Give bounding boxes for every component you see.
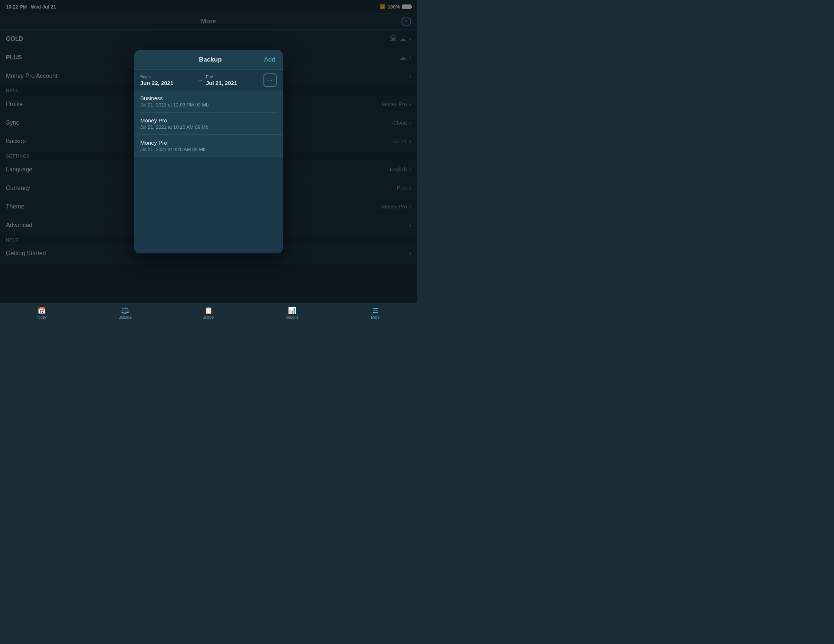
begin-value: Jun 22, 2021 — [140, 80, 195, 86]
more-label: More — [371, 315, 380, 320]
backup-modal: Backup Add Begin Jun 22, 2021 → End Jul … — [134, 50, 283, 253]
modal-header: Backup Add — [134, 50, 283, 70]
tab-today[interactable]: 📅 Today — [0, 305, 84, 321]
today-label: Today — [37, 315, 47, 320]
reports-icon: 📊 — [288, 307, 296, 315]
tab-reports[interactable]: 📊 Reports — [250, 305, 333, 321]
budget-label: Budget — [202, 315, 215, 320]
reports-label: Reports — [285, 315, 298, 320]
today-icon: 📅 — [37, 307, 45, 315]
backup-item-2-name: Money Pro — [140, 139, 277, 146]
end-label: End — [206, 74, 260, 79]
end-value: Jul 21, 2021 — [206, 80, 260, 86]
modal-overlay: Backup Add Begin Jun 22, 2021 → End Jul … — [0, 0, 417, 303]
date-more-button[interactable]: ··· — [263, 73, 277, 87]
tab-budget[interactable]: 📋 Budget — [167, 305, 251, 321]
modal-title: Backup — [199, 56, 221, 63]
backup-item-1-detail: Jul 21, 2021 at 10:10 AM 89 Mb — [140, 124, 277, 130]
backup-item-0[interactable]: Business Jul 21, 2021 at 12:03 PM 99 Mb — [134, 90, 283, 112]
backup-item-2[interactable]: Money Pro Jul 21, 2021 at 9:20 AM 89 Mb — [134, 135, 283, 157]
backup-item-2-detail: Jul 21, 2021 at 9:20 AM 89 Mb — [140, 147, 277, 152]
date-arrow-icon: → — [198, 77, 203, 83]
budget-icon: 📋 — [204, 307, 213, 315]
balance-label: Balance — [118, 315, 132, 320]
tab-more[interactable]: ☰ More — [333, 305, 417, 321]
begin-label: Begin — [140, 74, 195, 79]
modal-add-button[interactable]: Add — [264, 56, 275, 63]
balance-icon: ⚖️ — [121, 307, 129, 315]
tab-bar: 📅 Today ⚖️ Balance 📋 Budget 📊 Reports ☰ … — [0, 303, 417, 322]
backup-item-1-name: Money Pro — [140, 117, 277, 124]
backup-item-0-name: Business — [140, 95, 277, 101]
backup-item-1[interactable]: Money Pro Jul 21, 2021 at 10:10 AM 89 Mb — [134, 113, 283, 135]
date-begin-col: Begin Jun 22, 2021 — [140, 74, 195, 86]
tab-balance[interactable]: ⚖️ Balance — [84, 305, 167, 321]
date-end-col: End Jul 21, 2021 — [206, 74, 260, 86]
backup-item-0-detail: Jul 21, 2021 at 12:03 PM 99 Mb — [140, 102, 277, 108]
more-icon: ☰ — [372, 307, 378, 315]
date-range-bar: Begin Jun 22, 2021 → End Jul 21, 2021 ··… — [134, 70, 283, 90]
